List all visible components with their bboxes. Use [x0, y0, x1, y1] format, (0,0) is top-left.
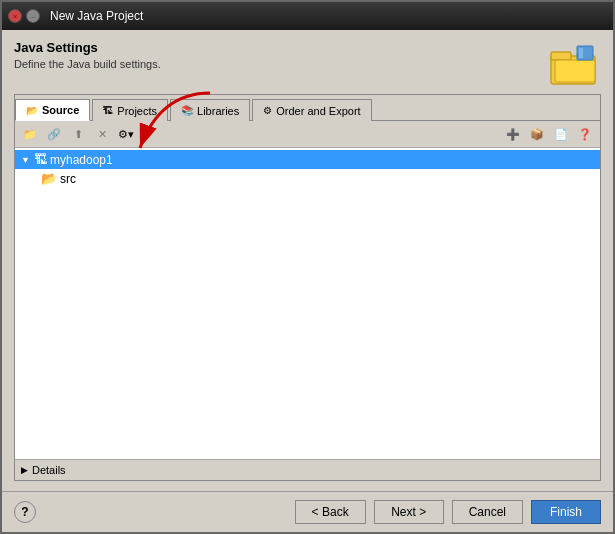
libraries-tab-icon: 📚	[181, 105, 193, 116]
back-button[interactable]: < Back	[295, 500, 366, 524]
order-export-tab-icon: ⚙	[263, 105, 272, 116]
tab-projects[interactable]: 🏗 Projects	[92, 99, 168, 121]
svg-rect-2	[555, 60, 595, 82]
toolbar-help-icon: ❓	[578, 128, 592, 141]
next-button[interactable]: Next >	[374, 500, 444, 524]
details-label: Details	[32, 464, 66, 476]
header-text: Java Settings Define the Java build sett…	[14, 40, 161, 70]
help-icon: ?	[21, 505, 28, 519]
toolbar: 📁 🔗 ⬆ ✕ ⚙▾ ➕	[15, 121, 600, 148]
svg-rect-1	[551, 52, 571, 60]
header-row: Java Settings Define the Java build sett…	[14, 40, 601, 88]
header-icon	[549, 40, 601, 88]
link-folder-button[interactable]: 🔗	[43, 123, 65, 145]
new-java-project-dialog: × – New Java Project Java Settings Defin…	[0, 0, 615, 534]
page-title: Java Settings	[14, 40, 161, 55]
add-var-button[interactable]: 📄	[550, 123, 572, 145]
folder-icon	[549, 40, 601, 88]
remove-button[interactable]: ✕	[91, 123, 113, 145]
tabs-container: 📂 Source 🏗 Projects 📚 Libraries ⚙ Order …	[14, 94, 601, 481]
tab-order-export[interactable]: ⚙ Order and Export	[252, 99, 371, 121]
add-ext-jar-button[interactable]: 📦	[526, 123, 548, 145]
cancel-button[interactable]: Cancel	[452, 500, 523, 524]
finish-button[interactable]: Finish	[531, 500, 601, 524]
src-label: src	[60, 172, 76, 186]
add-jar-icon: ➕	[506, 128, 520, 141]
add-folder-icon: 📁	[23, 128, 37, 141]
minimize-button[interactable]: –	[26, 9, 40, 23]
add-src-icon: ⬆	[74, 128, 83, 141]
settings-icon: ⚙▾	[118, 128, 134, 141]
settings-button[interactable]: ⚙▾	[115, 123, 137, 145]
tab-libraries[interactable]: 📚 Libraries	[170, 99, 250, 121]
help-button[interactable]: ?	[14, 501, 36, 523]
projects-tab-icon: 🏗	[103, 105, 113, 116]
tree-item-src[interactable]: 📂 src	[15, 169, 600, 188]
source-tab-icon: 📂	[26, 105, 38, 116]
link-folder-icon: 🔗	[47, 128, 61, 141]
add-ext-jar-icon: 📦	[530, 128, 544, 141]
title-bar-controls: × –	[8, 9, 40, 23]
tab-order-export-label: Order and Export	[276, 105, 360, 117]
add-src-button[interactable]: ⬆	[67, 123, 89, 145]
add-folder-button[interactable]: 📁	[19, 123, 41, 145]
tab-projects-label: Projects	[117, 105, 157, 117]
page-description: Define the Java build settings.	[14, 58, 161, 70]
content-area: Java Settings Define the Java build sett…	[2, 30, 613, 491]
src-folder-icon: 📂	[41, 171, 57, 186]
close-button[interactable]: ×	[8, 9, 22, 23]
details-arrow-icon: ▶	[21, 465, 28, 475]
svg-rect-4	[579, 48, 583, 58]
toolbar-help-button[interactable]: ❓	[574, 123, 596, 145]
tree-item-project[interactable]: ▼ 🏗 myhadoop1	[15, 150, 600, 169]
add-var-icon: 📄	[554, 128, 568, 141]
tree-area: ▼ 🏗 myhadoop1 📂 src	[15, 148, 600, 459]
tab-libraries-label: Libraries	[197, 105, 239, 117]
project-icon: 🏗	[34, 152, 47, 167]
bottom-bar: ? < Back Next > Cancel Finish	[2, 491, 613, 532]
remove-icon: ✕	[98, 128, 107, 141]
window-title: New Java Project	[50, 9, 607, 23]
details-section: ▶ Details	[15, 459, 600, 480]
tree-arrow-project: ▼	[21, 155, 31, 165]
tabs-bar: 📂 Source 🏗 Projects 📚 Libraries ⚙ Order …	[15, 95, 600, 121]
add-jar-button[interactable]: ➕	[502, 123, 524, 145]
title-bar: × – New Java Project	[2, 2, 613, 30]
tab-source-label: Source	[42, 104, 79, 116]
tab-source[interactable]: 📂 Source	[15, 99, 90, 121]
project-label: myhadoop1	[50, 153, 113, 167]
